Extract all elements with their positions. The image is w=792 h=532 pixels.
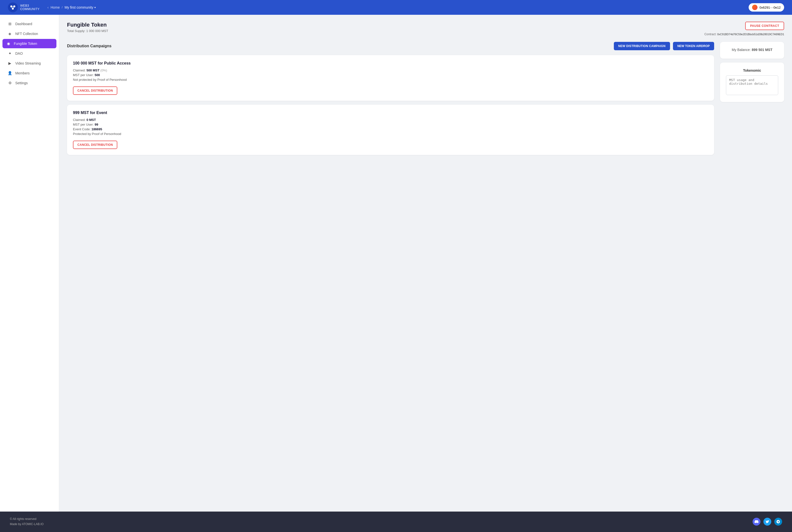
sidebar-item-nft-collection[interactable]: ◈ NFT Collection (2, 29, 56, 38)
telegram-icon[interactable] (774, 518, 782, 526)
campaign-1-title: 100 000 MST for Public Access (73, 61, 708, 65)
sidebar-label-members: Members (15, 71, 30, 75)
campaign-2-claimed: Claimed: 0 MST (73, 118, 708, 122)
nft-icon: ◈ (7, 32, 12, 36)
main-content: Fungible Token Total Supply: 1 000 000 M… (59, 15, 792, 512)
breadcrumb-current[interactable]: My first community ▾ (65, 5, 96, 10)
breadcrumb-arrow: ‹ (48, 5, 49, 10)
footer-text: © All rights reserved Made by ATOMIC-LAB… (10, 516, 43, 527)
sidebar-item-dao[interactable]: ✦ DAO (2, 49, 56, 58)
page-title: Fungible Token (67, 22, 108, 28)
page-subtitle: Total Supply: 1 000 000 MST (67, 29, 108, 33)
chevron-down-icon: ▾ (94, 6, 96, 9)
discord-icon[interactable] (753, 518, 760, 526)
total-supply-value: 1 000 000 MST (86, 29, 108, 33)
new-distribution-button[interactable]: NEW DISTRIBUTION CAMPAIGN (614, 42, 670, 50)
twitter-icon[interactable] (763, 518, 771, 526)
balance-label: My Balance: 899 501 MST (726, 48, 778, 52)
dao-icon: ✦ (7, 51, 12, 56)
sidebar-item-members[interactable]: 👤 Members (2, 69, 56, 78)
campaign-1-protection: Not protected by Proof of Personhood (73, 78, 708, 81)
campaign-2-event-code-value: 186695 (91, 127, 102, 131)
token-icon: ◉ (6, 41, 11, 46)
sidebar-item-settings[interactable]: ⚙ Settings (2, 78, 56, 88)
footer-social (753, 518, 782, 526)
campaign-card-1: 100 000 MST for Public Access Claimed: 5… (67, 55, 714, 101)
sidebar-label-video: Video Streaming (15, 61, 41, 65)
new-airdrop-button[interactable]: NEW TOKEN AIRDROP (673, 42, 714, 50)
content-columns: Distribution Campaigns NEW DISTRIBUTION … (67, 42, 784, 159)
breadcrumb-separator: / (62, 6, 62, 9)
sidebar-label-dashboard: Dashboard (15, 22, 32, 26)
wallet-address: 0x6291····0e12 (759, 6, 781, 10)
campaign-1-pct: (0%) (100, 69, 107, 72)
campaign-2-per-user: MST per User: 99 (73, 123, 708, 126)
campaign-2-protection: Protected by Proof of Personhood (73, 132, 708, 136)
wallet-avatar (752, 5, 757, 10)
svg-point-0 (8, 2, 18, 12)
cancel-distribution-2-button[interactable]: CANCEL DISTRIBUTION (73, 141, 117, 149)
tokenomic-title: Tokenomic (726, 69, 778, 72)
total-supply-label: Total Supply: (67, 29, 85, 33)
app-footer: © All rights reserved Made by ATOMIC-LAB… (0, 512, 792, 532)
section-title: Distribution Campaigns (67, 44, 111, 48)
campaign-2-title: 999 MST for Event (73, 111, 708, 115)
campaign-2-per-user-value: 99 (95, 123, 98, 126)
right-panel: My Balance: 899 501 MST Tokenomic (720, 42, 784, 159)
app-header: WEB3 Community ‹ Home / My first communi… (0, 0, 792, 15)
cancel-distribution-1-button[interactable]: CANCEL DISTRIBUTION (73, 87, 117, 95)
dashboard-icon: ⊞ (7, 22, 12, 26)
sidebar-label-settings: Settings (15, 81, 28, 85)
logo-icon (8, 2, 18, 12)
breadcrumb: ‹ Home / My first community ▾ (48, 5, 749, 10)
sidebar-label-dao: DAO (15, 52, 23, 55)
balance-value: 899 501 MST (752, 48, 772, 52)
campaign-2-event-code: Event Code: 186695 (73, 127, 708, 131)
tokenomic-input[interactable] (726, 75, 778, 95)
contract-label: Contract: (704, 33, 716, 36)
page-header-right: PAUSE CONTRACT Contract: 0xC91BD74d76C59… (704, 22, 784, 36)
balance-card: My Balance: 899 501 MST (720, 42, 784, 59)
page-title-area: Fungible Token Total Supply: 1 000 000 M… (67, 22, 108, 33)
campaign-1-per-user-value: 500 (95, 73, 100, 77)
campaign-card-2: 999 MST for Event Claimed: 0 MST MST per… (67, 105, 714, 155)
settings-icon: ⚙ (7, 81, 12, 85)
section-header: Distribution Campaigns NEW DISTRIBUTION … (67, 42, 714, 50)
campaign-1-claimed-value: 500 MST (87, 69, 99, 72)
main-layout: ⊞ Dashboard ◈ NFT Collection ◉ Fungible … (0, 15, 792, 512)
video-icon: ▶ (7, 61, 12, 65)
sidebar-item-video-streaming[interactable]: ▶ Video Streaming (2, 59, 56, 68)
campaign-1-claimed: Claimed: 500 MST (0%) (73, 69, 708, 72)
section-actions: NEW DISTRIBUTION CAMPAIGN NEW TOKEN AIRD… (614, 42, 714, 50)
sidebar-label-token: Fungible Token (14, 42, 37, 45)
sidebar: ⊞ Dashboard ◈ NFT Collection ◉ Fungible … (0, 15, 59, 512)
sidebar-label-nft: NFT Collection (15, 32, 38, 36)
members-icon: 👤 (7, 71, 12, 75)
breadcrumb-home[interactable]: Home (51, 5, 60, 10)
contract-info: Contract: 0xC91BD74d76C59e2D1Bbcb51d28b2… (704, 33, 784, 36)
wallet-button[interactable]: 0x6291····0e12 (749, 3, 784, 12)
sidebar-item-fungible-token[interactable]: ◉ Fungible Token (2, 39, 56, 48)
logo: WEB3 Community (8, 2, 40, 12)
contract-address: 0xC91BD74d76C59e2D1Bbcb51d28b28019C7A99E… (717, 33, 784, 36)
footer-made-by: Made by ATOMIC-LAB.IO (10, 522, 43, 527)
footer-copyright: © All rights reserved (10, 516, 43, 522)
campaign-2-claimed-value: 0 MST (87, 118, 96, 122)
pause-contract-button[interactable]: PAUSE CONTRACT (745, 22, 784, 30)
page-header: Fungible Token Total Supply: 1 000 000 M… (67, 22, 784, 36)
tokenomic-card: Tokenomic (720, 62, 784, 102)
sidebar-item-dashboard[interactable]: ⊞ Dashboard (2, 19, 56, 28)
logo-text: WEB3 Community (20, 4, 40, 11)
campaigns-column: Distribution Campaigns NEW DISTRIBUTION … (67, 42, 714, 159)
campaign-1-per-user: MST per User: 500 (73, 73, 708, 77)
